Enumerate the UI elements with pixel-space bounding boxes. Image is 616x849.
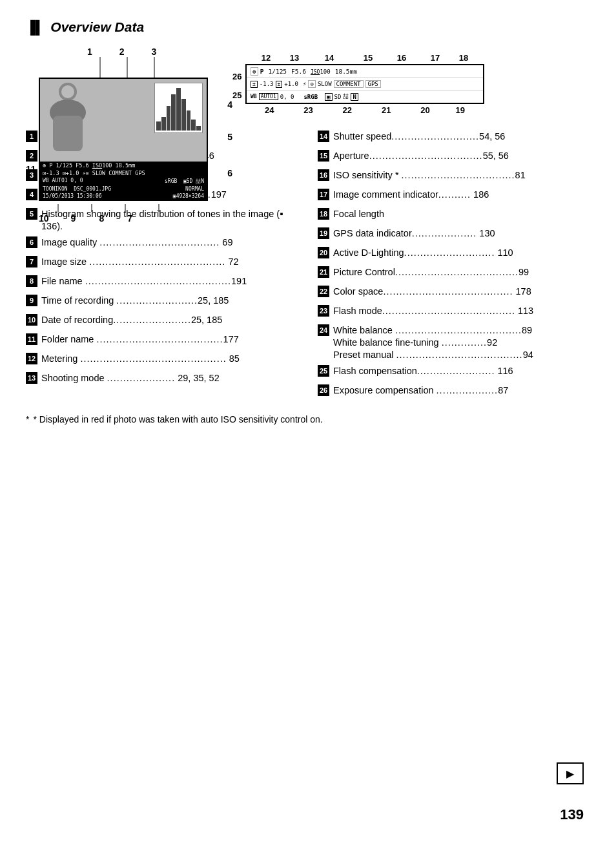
badge-22: 22 bbox=[318, 286, 329, 297]
item-16-text: ISO sensitivity * ......................… bbox=[333, 169, 590, 182]
item-17-text: Image comment indicator.......... 186 bbox=[333, 189, 590, 201]
item-22-text: Color space.............................… bbox=[333, 286, 590, 298]
item-12: 12 Metering ............................… bbox=[26, 353, 298, 368]
item-8-text: File name ..............................… bbox=[41, 275, 298, 288]
diagram-section: 1 2 3 bbox=[26, 47, 590, 115]
page-title: ▐▌ Overview Data bbox=[26, 19, 590, 35]
cam-data-row3: WB AUTO1 0, 0 sRGB ▣SD 喆N bbox=[40, 177, 207, 185]
rp-num-23b: 23 bbox=[303, 105, 313, 115]
right-labels: 4 5 bbox=[227, 100, 232, 142]
label-10: 10 bbox=[39, 213, 49, 224]
item-9-text: Time of recording ......................… bbox=[41, 295, 298, 307]
item-7: 7 Image size ...........................… bbox=[26, 256, 298, 271]
badge-16: 16 bbox=[318, 169, 329, 181]
badge-8: 8 bbox=[26, 275, 37, 287]
item-19-text: GPS data indicator.................... 1… bbox=[333, 227, 590, 240]
badge-1: 1 bbox=[26, 131, 37, 142]
badge-17: 17 bbox=[318, 189, 329, 200]
rp-row3: WB AUTO1 0, 0 sRGB ▣ SD 喆 N bbox=[247, 90, 483, 103]
label-26: 26 bbox=[232, 72, 241, 81]
badge-26: 26 bbox=[318, 384, 329, 396]
rp-row2: ±-1.3 ±+1.0 ⚡ ⊙ SLOW COMMENT GPS bbox=[247, 78, 483, 90]
badge-12: 12 bbox=[26, 353, 37, 364]
rp-num-15: 15 bbox=[364, 53, 373, 63]
item-9: 9 Time of recording ....................… bbox=[26, 295, 298, 310]
right-info-panel: 12 13 14 15 16 17 18 26 25 ⊛ P 1/125 F5.… bbox=[245, 53, 484, 115]
label-5: 5 bbox=[227, 132, 232, 142]
bottom-labels: 10 9 8 7 bbox=[39, 213, 132, 224]
badge-15: 15 bbox=[318, 150, 329, 162]
label-1: 1 bbox=[87, 47, 92, 57]
rp-num-18: 18 bbox=[459, 53, 468, 63]
item-10: 10 Date of recording....................… bbox=[26, 314, 298, 330]
item-24: 24 White balance .......................… bbox=[318, 324, 590, 361]
item-15: 15 Aperture.............................… bbox=[318, 150, 590, 165]
label-25: 25 bbox=[232, 90, 241, 100]
footnote: * * Displayed in red if photo was taken … bbox=[26, 414, 590, 424]
rp-side-labels: 26 25 bbox=[232, 72, 241, 100]
item-15-text: Aperture................................… bbox=[333, 150, 590, 162]
item-16: 16 ISO sensitivity * ...................… bbox=[318, 169, 590, 185]
title-icon: ▐▌ bbox=[26, 20, 44, 35]
item-7-text: Image size .............................… bbox=[41, 256, 298, 268]
item-6: 6 Image quality ........................… bbox=[26, 236, 298, 252]
svg-rect-2 bbox=[53, 116, 83, 151]
rp-bottom-nums: 24 23 22 21 20 19 bbox=[245, 104, 484, 115]
item-22: 22 Color space..........................… bbox=[318, 286, 590, 301]
person-figure bbox=[45, 80, 103, 162]
badge-21: 21 bbox=[318, 266, 329, 278]
item-20-text: Active D-Lighting.......................… bbox=[333, 247, 590, 259]
title-text: Overview Data bbox=[50, 19, 144, 35]
item-10-text: Date of recording.......................… bbox=[41, 314, 298, 326]
item-14-text: Shutter speed...........................… bbox=[333, 131, 590, 143]
cam-data-row4: TOONIKON DSC_0001.JPGNORMAL bbox=[40, 185, 207, 193]
item-20: 20 Active D-Lighting....................… bbox=[318, 247, 590, 262]
item-11-text: Folder name ............................… bbox=[41, 333, 298, 346]
item-21-text: Picture Control.........................… bbox=[333, 266, 590, 278]
rp-top-nums: 12 13 14 15 16 17 18 bbox=[245, 53, 484, 64]
top-labels: 1 2 3 bbox=[87, 47, 156, 57]
badge-4: 4 bbox=[26, 189, 37, 200]
badge-14: 14 bbox=[318, 131, 329, 142]
rp-num-12: 12 bbox=[262, 53, 271, 63]
badge-7: 7 bbox=[26, 256, 37, 267]
badge-9: 9 bbox=[26, 295, 37, 306]
cam-data-row5: 15/05/2013 15:30:06▣4928×3264 bbox=[40, 193, 207, 200]
badge-5: 5 bbox=[26, 208, 37, 220]
cam-data-row1: ⊛ P 1/125 F5.6 ISO100 18.5mm bbox=[40, 162, 207, 169]
badge-25: 25 bbox=[318, 365, 329, 377]
item-23-text: Flash mode..............................… bbox=[333, 305, 590, 317]
badge-23: 23 bbox=[318, 305, 329, 317]
item-18: 18 Focal length bbox=[318, 208, 590, 224]
camera-screen-box: ⊛ P 1/125 F5.6 ISO100 18.5mm ⊡-1.3 ⊡+1.0… bbox=[39, 78, 208, 201]
play-icon-box: ▶ bbox=[557, 762, 584, 784]
footnote-star: * bbox=[26, 414, 29, 424]
badge-24: 24 bbox=[318, 324, 329, 336]
item-19: 19 GPS data indicator...................… bbox=[318, 227, 590, 243]
item-18-text: Focal length bbox=[333, 208, 590, 220]
rp-num-24b: 24 bbox=[265, 105, 274, 115]
page-number: 139 bbox=[560, 806, 584, 823]
rp-row1: ⊛ P 1/125 F5.6 ISO100 18.5mm bbox=[247, 65, 483, 78]
item-26-text: Exposure compensation ..................… bbox=[333, 384, 590, 397]
label-4: 4 bbox=[227, 100, 232, 110]
item-26: 26 Exposure compensation ...............… bbox=[318, 384, 590, 400]
item-17: 17 Image comment indicator.......... 186 bbox=[318, 189, 590, 204]
badge-20: 20 bbox=[318, 247, 329, 258]
cam-data-row2: ⊡-1.3 ⊡+1.0 ⚡⊙ SLOW COMMENT GPS bbox=[40, 169, 207, 177]
item-25-text: Flash compensation......................… bbox=[333, 365, 590, 377]
item-6-text: Image quality ..........................… bbox=[41, 236, 298, 249]
item-12-text: Metering ...............................… bbox=[41, 353, 298, 365]
rp-num-14: 14 bbox=[325, 53, 334, 63]
item-25: 25 Flash compensation...................… bbox=[318, 365, 590, 381]
rp-num-21b: 21 bbox=[382, 105, 391, 115]
badge-6: 6 bbox=[26, 236, 37, 248]
badge-10: 10 bbox=[26, 314, 37, 326]
item-11: 11 Folder name .........................… bbox=[26, 333, 298, 349]
histogram bbox=[154, 83, 203, 133]
badge-13: 13 bbox=[26, 372, 37, 384]
item-13-text: Shooting mode ..................... 29, … bbox=[41, 372, 298, 384]
label-8: 8 bbox=[99, 213, 104, 224]
badge-2: 2 bbox=[26, 150, 37, 162]
item-23: 23 Flash mode...........................… bbox=[318, 305, 590, 320]
